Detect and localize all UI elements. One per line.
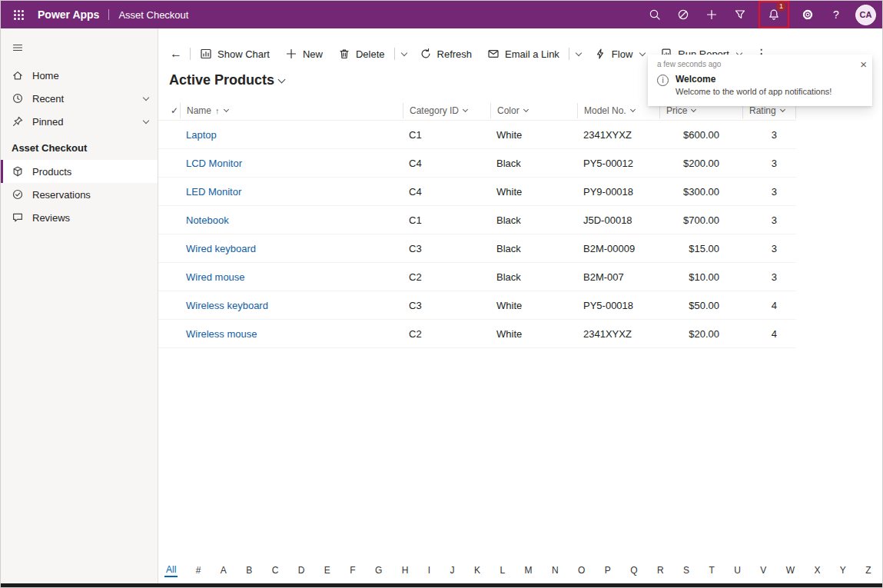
jumpbar-letter[interactable]: E [323, 564, 332, 576]
sidebar-item-reviews[interactable]: Reviews [1, 206, 158, 229]
cell-rating: 4 [742, 328, 796, 340]
jumpbar-letter[interactable]: P [603, 564, 612, 576]
search-button[interactable] [642, 3, 667, 26]
jumpbar-letter[interactable]: J [449, 564, 456, 576]
record-link[interactable]: Wired mouse [186, 271, 245, 283]
clock-icon [12, 92, 24, 105]
email-link-label: Email a Link [505, 48, 559, 60]
column-header-model-no[interactable]: Model No. [577, 103, 659, 118]
record-link[interactable]: Wired keyboard [186, 243, 256, 254]
jumpbar-letter[interactable]: L [498, 564, 506, 576]
record-link[interactable]: Laptop [186, 129, 217, 141]
record-link[interactable]: LCD Monitor [186, 158, 242, 169]
jumpbar-letter[interactable]: O [576, 564, 586, 576]
app-brand[interactable]: Power Apps [38, 8, 99, 21]
jumpbar-letter[interactable]: S [682, 564, 691, 576]
jumpbar-letter[interactable]: B [244, 564, 254, 576]
table-row[interactable]: LED MonitorC4WhitePY9-00018$300.003 [158, 178, 796, 206]
filter-button[interactable] [728, 3, 752, 26]
jumpbar-letter[interactable]: U [732, 564, 742, 576]
delete-menu-button[interactable] [397, 42, 411, 65]
jumpbar-letter[interactable]: M [523, 564, 534, 576]
sidebar-item-recent[interactable]: Recent [1, 87, 158, 110]
toolbar-divider [394, 48, 395, 60]
cell-category-id: C4 [403, 186, 490, 198]
sitemap-toggle-button[interactable] [1, 36, 158, 59]
column-header-name[interactable]: Name ↑ [180, 103, 403, 118]
cell-name: Wired mouse [180, 271, 403, 283]
show-chart-button[interactable]: Show Chart [193, 42, 277, 65]
jumpbar-letter[interactable]: G [373, 564, 383, 576]
jumpbar-letter[interactable]: T [707, 564, 715, 576]
table-row[interactable]: NotebookC1BlackJ5D-00018$700.003 [158, 206, 796, 234]
jumpbar-letter[interactable]: Z [864, 564, 872, 576]
jumpbar-letter[interactable]: C [271, 564, 281, 576]
plus-icon [285, 48, 297, 60]
notifications-button[interactable]: 1 [762, 3, 786, 26]
account-avatar[interactable]: CA [855, 5, 876, 25]
jumpbar-letter[interactable]: D [297, 564, 307, 576]
notification-badge: 1 [776, 2, 786, 12]
jumpbar-letter[interactable]: X [812, 564, 822, 576]
email-link-button[interactable]: Email a Link [480, 42, 566, 65]
table-row[interactable]: Wireless mouseC2White2341XYXZ$20.004 [158, 320, 796, 348]
toast-close-button[interactable]: × [860, 58, 867, 70]
settings-button[interactable] [795, 3, 820, 26]
jumpbar-letter[interactable]: I [427, 564, 432, 576]
help-button[interactable]: ? [824, 3, 848, 26]
record-link[interactable]: LED Monitor [186, 186, 241, 198]
sidebar-item-pinned[interactable]: Pinned [1, 110, 158, 133]
jumpbar-letter[interactable]: K [473, 564, 482, 576]
select-all-checkbox[interactable]: ✓ [158, 103, 180, 118]
new-button[interactable]: New [278, 42, 330, 65]
jumpbar-letter[interactable]: Q [629, 564, 639, 576]
column-header-color[interactable]: Color [490, 103, 577, 118]
toast-body: i Welcome Welcome to the world of app no… [657, 74, 863, 96]
jumpbar-letter[interactable]: H [400, 564, 410, 576]
delete-button[interactable]: Delete [331, 42, 392, 65]
jumpbar-letter[interactable]: # [194, 564, 203, 576]
refresh-button[interactable]: Refresh [413, 42, 480, 65]
jumpbar-letter[interactable]: R [656, 564, 666, 576]
jumpbar-letter[interactable]: A [219, 564, 228, 576]
flow-label: Flow [612, 48, 632, 60]
toast-texts: Welcome Welcome to the world of app noti… [676, 74, 832, 96]
new-label: New [303, 48, 323, 60]
cell-model-no: PY5-00018 [577, 300, 659, 311]
sidebar-item-products[interactable]: Products [1, 160, 158, 183]
chevron-down-icon[interactable] [143, 117, 149, 123]
table-row[interactable]: Wired keyboardC3BlackB2M-00009$15.003 [158, 234, 796, 263]
jumpbar-letter[interactable]: All [164, 563, 178, 577]
offline-status-button[interactable] [671, 3, 695, 26]
table-row[interactable]: LaptopC1White2341XYXZ$600.003 [158, 121, 796, 149]
back-button[interactable]: ← [164, 42, 188, 65]
cell-price: $700.00 [659, 214, 742, 226]
chevron-down-icon [523, 106, 529, 111]
sidebar-item-reservations[interactable]: Reservations [1, 183, 158, 206]
table-row[interactable]: Wireless keyboardC3WhitePY5-00018$50.004 [158, 291, 796, 320]
chevron-down-icon [780, 106, 785, 111]
column-header-category-id[interactable]: Category ID [403, 103, 490, 118]
jumpbar-letter[interactable]: F [348, 564, 357, 576]
table-row[interactable]: Wired mouseC2BlackB2M-007$10.003 [158, 263, 796, 291]
record-link[interactable]: Wireless keyboard [186, 300, 268, 311]
top-app-bar: Power Apps Asset Checkout 1 [1, 1, 882, 28]
flow-button[interactable]: Flow [587, 42, 652, 65]
cell-price: $20.00 [659, 328, 742, 340]
waffle-menu-button[interactable] [1, 1, 36, 28]
app-area-title[interactable]: Asset Checkout [118, 9, 188, 21]
email-link-menu-button[interactable] [572, 42, 586, 65]
record-link[interactable]: Wireless mouse [186, 328, 257, 340]
sidebar-item-home[interactable]: Home [1, 64, 158, 87]
record-link[interactable]: Notebook [186, 214, 229, 226]
table-row[interactable]: LCD MonitorC4BlackPY5-00012$200.003 [158, 149, 796, 178]
jumpbar-letter[interactable]: Y [838, 564, 848, 576]
sidebar-item-label: Reservations [32, 189, 91, 201]
cell-color: White [490, 129, 577, 141]
jumpbar-letter[interactable]: N [550, 564, 560, 576]
quick-create-button[interactable] [699, 3, 724, 26]
jumpbar-letter[interactable]: V [759, 564, 768, 576]
chevron-down-icon[interactable] [143, 94, 149, 100]
jumpbar-letter[interactable]: W [785, 564, 796, 576]
cell-rating: 3 [742, 186, 796, 198]
